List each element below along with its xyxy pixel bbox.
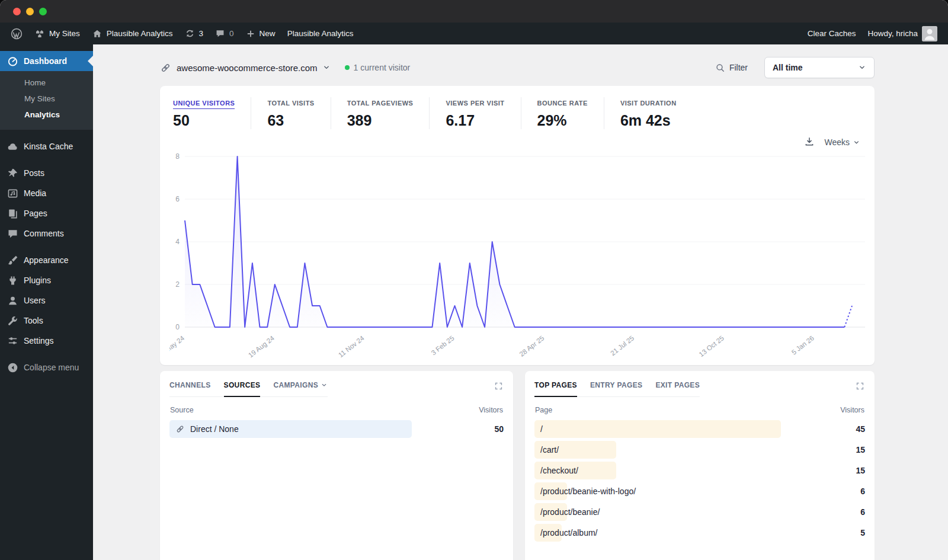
tab-top-pages[interactable]: TOP PAGES xyxy=(534,381,577,397)
metric-label: TOTAL VISITS xyxy=(267,100,314,109)
updates-menu[interactable]: 3 xyxy=(179,23,210,44)
account-menu[interactable]: Howdy, hricha xyxy=(861,23,943,44)
table-row[interactable]: /product/beanie-with-logo/6 xyxy=(534,482,865,500)
comments-count: 0 xyxy=(229,29,234,38)
sidebar-item-plugins[interactable]: Plugins xyxy=(0,270,93,290)
clear-caches-button[interactable]: Clear Caches xyxy=(802,23,862,44)
page-title-label: Plausible Analytics xyxy=(287,29,354,38)
sidebar-item-appearance[interactable]: Appearance xyxy=(0,250,93,270)
sidebar-item-posts[interactable]: Posts xyxy=(0,163,93,183)
table-row[interactable]: /cart/15 xyxy=(534,441,865,459)
sidebar-item-comments[interactable]: Comments xyxy=(0,223,93,244)
my-sites-label: My Sites xyxy=(49,29,80,38)
sidebar-item-pages[interactable]: Pages xyxy=(0,203,93,223)
page-title-menu[interactable]: Plausible Analytics xyxy=(281,23,360,44)
table-row[interactable]: Direct / None50 xyxy=(169,420,504,438)
visitors-col-label: Visitors xyxy=(840,406,864,414)
svg-text:13 Oct 25: 13 Oct 25 xyxy=(697,334,725,358)
svg-text:31 May 24: 31 May 24 xyxy=(169,334,186,360)
sidebar-item-users[interactable]: Users xyxy=(0,290,93,311)
metric-views-per-visit[interactable]: VIEWS PER VISIT6.17 xyxy=(446,97,521,129)
tab-label: SOURCES xyxy=(224,381,261,389)
metric-value: 29% xyxy=(537,112,588,129)
metric-total-visits[interactable]: TOTAL VISITS63 xyxy=(267,97,331,129)
site-menu[interactable]: Plausible Analytics xyxy=(86,23,179,44)
row-label[interactable]: /checkout/ xyxy=(534,466,578,475)
row-label[interactable]: /product/beanie-with-logo/ xyxy=(534,487,636,496)
wp-admin-bar: My Sites Plausible Analytics 3 0 New xyxy=(0,23,948,44)
filter-button[interactable]: Filter xyxy=(715,63,748,73)
window-zoom-button[interactable] xyxy=(39,8,47,15)
sidebar-item-label: Comments xyxy=(24,229,64,238)
metric-unique-visitors[interactable]: UNIQUE VISITORS50 xyxy=(173,97,251,129)
users-icon xyxy=(7,295,18,306)
updates-icon xyxy=(185,28,195,39)
sidebar-item-settings[interactable]: Settings xyxy=(0,331,93,351)
table-row[interactable]: /checkout/15 xyxy=(534,462,865,479)
metric-visit-duration[interactable]: VISIT DURATION6m 42s xyxy=(620,97,693,129)
row-label[interactable]: Direct / None xyxy=(169,424,239,434)
row-label[interactable]: /product/album/ xyxy=(534,528,598,537)
metric-label: UNIQUE VISITORS xyxy=(173,100,235,109)
expand-icon[interactable] xyxy=(494,381,504,391)
comments-menu[interactable]: 0 xyxy=(209,23,240,44)
pages-card: TOP PAGESENTRY PAGESEXIT PAGES Page Visi… xyxy=(525,371,875,560)
row-label[interactable]: / xyxy=(534,424,543,434)
pin-icon xyxy=(7,168,18,179)
metric-total-pageviews[interactable]: TOTAL PAGEVIEWS389 xyxy=(347,97,430,129)
tab-campaigns[interactable]: CAMPAIGNS xyxy=(273,381,328,397)
sidebar-item-collapse-menu[interactable]: Collapse menu xyxy=(0,357,93,377)
metric-value: 50 xyxy=(173,112,235,129)
row-value: 6 xyxy=(860,487,865,496)
sidebar-item-tools[interactable]: Tools xyxy=(0,311,93,331)
submenu-item-analytics[interactable]: Analytics xyxy=(0,107,93,123)
plugins-icon xyxy=(7,275,18,286)
interval-select[interactable]: Weeks xyxy=(824,137,860,147)
tab-channels[interactable]: CHANNELS xyxy=(169,381,211,397)
svg-text:4: 4 xyxy=(175,238,180,246)
table-row[interactable]: /product/album/5 xyxy=(534,524,865,542)
submenu-item-my-sites[interactable]: My Sites xyxy=(0,91,93,107)
visitors-col-label: Visitors xyxy=(479,406,503,414)
download-icon[interactable] xyxy=(804,136,815,149)
sidebar-item-kinsta-cache[interactable]: Kinsta Cache xyxy=(0,136,93,156)
sidebar-item-dashboard[interactable]: Dashboard xyxy=(0,51,93,71)
sidebar-item-label: Tools xyxy=(24,316,43,325)
sidebar-item-label: Plugins xyxy=(24,276,51,285)
date-range-select[interactable]: All time xyxy=(764,57,875,78)
table-row[interactable]: /product/beanie/6 xyxy=(534,503,865,521)
main-area: DashboardHomeMy SitesAnalyticsKinsta Cac… xyxy=(0,44,948,560)
dashboard-submenu: HomeMy SitesAnalytics xyxy=(0,71,93,130)
site-link-icon xyxy=(160,62,171,73)
comment-bubble-icon xyxy=(215,28,225,39)
window-minimize-button[interactable] xyxy=(26,8,34,15)
visitors-line-chart[interactable]: 0246831 May 2419 Aug 2411 Nov 243 Feb 25… xyxy=(169,152,865,360)
chevron-down-icon xyxy=(858,63,866,72)
link-icon xyxy=(175,424,185,434)
sources-table: Direct / None50 xyxy=(169,420,504,438)
detail-cards-row: CHANNELSSOURCESCAMPAIGNS Source Visitors… xyxy=(160,371,875,560)
tab-exit-pages[interactable]: EXIT PAGES xyxy=(655,381,700,397)
sidebar-item-label: Pages xyxy=(24,209,47,218)
tab-sources[interactable]: SOURCES xyxy=(224,381,261,397)
cloud-icon xyxy=(7,141,18,152)
wp-logo-menu[interactable] xyxy=(5,23,28,44)
my-sites-menu[interactable]: My Sites xyxy=(28,23,86,44)
site-domain-selector[interactable]: awesome-woocommerce-store.com xyxy=(177,63,318,73)
row-label[interactable]: /cart/ xyxy=(534,445,559,455)
collapse-icon xyxy=(7,362,18,373)
sidebar-item-label: Media xyxy=(24,188,46,198)
row-value: 5 xyxy=(860,528,865,537)
new-content-menu[interactable]: New xyxy=(240,23,281,44)
metric-value: 6.17 xyxy=(446,112,504,129)
submenu-item-home[interactable]: Home xyxy=(0,75,93,91)
table-row[interactable]: /45 xyxy=(534,420,865,438)
chevron-down-icon[interactable] xyxy=(322,63,331,72)
tab-label: ENTRY PAGES xyxy=(590,381,642,389)
tab-entry-pages[interactable]: ENTRY PAGES xyxy=(590,381,642,397)
metric-bounce-rate[interactable]: BOUNCE RATE29% xyxy=(537,97,604,129)
window-close-button[interactable] xyxy=(13,8,21,15)
row-label[interactable]: /product/beanie/ xyxy=(534,507,600,517)
sidebar-item-media[interactable]: Media xyxy=(0,183,93,203)
expand-icon[interactable] xyxy=(855,381,865,391)
